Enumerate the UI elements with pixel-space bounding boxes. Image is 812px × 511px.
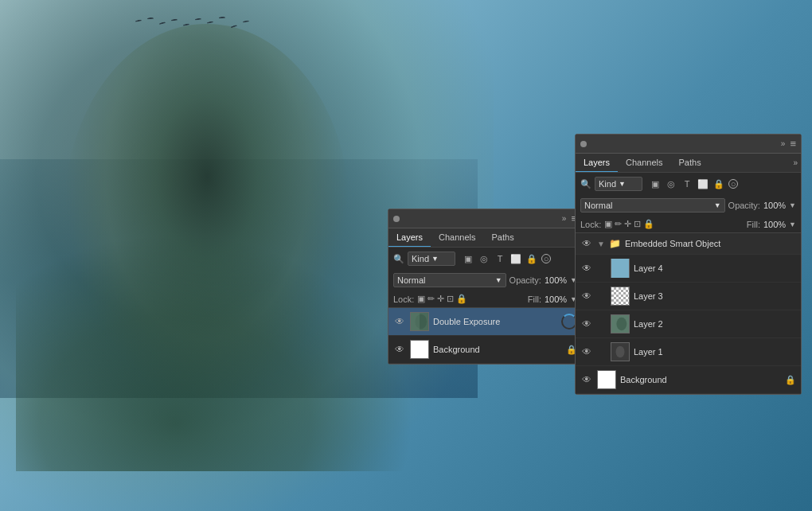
filter-pixel-icon-large[interactable]: ▣ bbox=[649, 177, 662, 190]
filter-pixel-icon[interactable]: ▣ bbox=[462, 252, 474, 265]
filter-icons-large: ▣ ◎ T ⬜ 🔒 bbox=[649, 177, 725, 190]
lock-artboard-small[interactable]: ⊡ bbox=[447, 294, 454, 304]
layer-item-layer1[interactable]: 👁 Layer 1 bbox=[576, 338, 801, 366]
layer-item-layer3[interactable]: 👁 Layer 3 bbox=[576, 283, 801, 310]
layer-name-layer4: Layer 4 bbox=[634, 263, 796, 273]
panel-large-menu[interactable]: ≡ bbox=[790, 138, 796, 150]
panel-small-titlebar bbox=[393, 216, 400, 222]
layers-list-large: 👁 ▼ 📁 Embedded Smart Object 👁 Layer 4 👁 … bbox=[576, 233, 801, 394]
tab-large-channels[interactable]: Channels bbox=[618, 154, 670, 172]
filter-type-icon[interactable]: T bbox=[494, 252, 506, 265]
filter-smart-icon[interactable]: 🔒 bbox=[525, 252, 538, 265]
layer-thumb-double-exposure bbox=[410, 312, 429, 331]
lock-paint-small[interactable]: ✏ bbox=[427, 294, 435, 304]
panel-large-titlebar bbox=[580, 141, 587, 147]
layer-name-background-large: Background bbox=[620, 375, 781, 384]
lock-position-small[interactable]: ✛ bbox=[437, 294, 444, 304]
opacity-label-large: Opacity: bbox=[728, 201, 760, 210]
panel-large-arrows: » bbox=[781, 139, 786, 148]
lock-label-small: Lock: bbox=[393, 295, 414, 304]
tab-small-paths[interactable]: Paths bbox=[484, 228, 522, 247]
svg-rect-2 bbox=[411, 313, 420, 330]
search-icon-small: 🔍 bbox=[393, 254, 404, 264]
search-icon-large: 🔍 bbox=[580, 179, 591, 189]
panel-large-blend-row: Normal ▼ Opacity: 100% ▼ bbox=[576, 195, 801, 216]
blend-mode-small[interactable]: Normal ▼ bbox=[393, 273, 506, 287]
tab-large-paths[interactable]: Paths bbox=[671, 154, 709, 172]
lock-label-large: Lock: bbox=[580, 220, 601, 229]
kind-dropdown-small[interactable]: Kind ▼ bbox=[408, 252, 455, 266]
tab-small-layers[interactable]: Layers bbox=[388, 228, 431, 247]
lock-position-large[interactable]: ✛ bbox=[624, 219, 631, 229]
opacity-value-large[interactable]: 100% bbox=[763, 201, 786, 210]
panel-large-search-row: 🔍 Kind ▼ ▣ ◎ T ⬜ 🔒 ○ bbox=[576, 173, 801, 195]
layers-panel-small: » ≡ Layers Channels Paths » 🔍 Kind ▼ ▣ ◎… bbox=[388, 209, 583, 365]
filter-smart-icon-large[interactable]: 🔒 bbox=[712, 177, 725, 190]
layer-name-layer3: Layer 3 bbox=[634, 291, 796, 301]
blend-mode-large[interactable]: Normal ▼ bbox=[580, 198, 725, 213]
svg-point-5 bbox=[616, 318, 627, 331]
opacity-label-small: Opacity: bbox=[509, 275, 541, 285]
layer-item-smart-object[interactable]: 👁 ▼ 📁 Embedded Smart Object bbox=[576, 233, 801, 255]
layer-thumb-layer3 bbox=[611, 287, 630, 306]
lock-paint-large[interactable]: ✏ bbox=[615, 219, 622, 229]
opacity-value-small[interactable]: 100% bbox=[545, 275, 567, 285]
eye-icon-layer3[interactable]: 👁 bbox=[580, 290, 593, 302]
layer-thumb-layer2 bbox=[611, 314, 630, 334]
eye-icon-layer4[interactable]: 👁 bbox=[580, 262, 593, 275]
layer-item-layer2[interactable]: 👁 Layer 2 bbox=[576, 310, 801, 338]
panel-small-tabs: Layers Channels Paths » bbox=[388, 228, 582, 248]
filter-adjust-icon[interactable]: ◎ bbox=[478, 252, 490, 265]
filter-shape-icon[interactable]: ⬜ bbox=[509, 252, 522, 265]
panel-small-search-row: 🔍 Kind ▼ ▣ ◎ T ⬜ 🔒 ○ bbox=[388, 248, 582, 270]
tab-large-more[interactable]: » bbox=[793, 158, 798, 167]
layer-item-double-exposure[interactable]: 👁 Double Exposure bbox=[388, 308, 582, 336]
layer-item-background-small[interactable]: 👁 Background 🔒 bbox=[388, 336, 582, 364]
kind-arrow-large: ▼ bbox=[619, 180, 626, 188]
layer-thumb-layer4 bbox=[611, 259, 630, 278]
lock-transparency-large[interactable]: ▣ bbox=[604, 219, 612, 229]
layer-name-smart-object: Embedded Smart Object bbox=[625, 239, 796, 248]
panel-small-arrows: » bbox=[562, 214, 567, 223]
layer-name-layer2: Layer 2 bbox=[634, 319, 796, 329]
fill-value-large[interactable]: 100% bbox=[763, 220, 786, 229]
filter-toggle-small[interactable]: ○ bbox=[541, 254, 551, 263]
eye-icon-layer1[interactable]: 👁 bbox=[580, 345, 593, 358]
lock-all-small[interactable]: 🔒 bbox=[456, 294, 467, 304]
panel-large-close[interactable] bbox=[580, 141, 587, 147]
lock-transparency-small[interactable]: ▣ bbox=[417, 294, 425, 304]
lock-artboard-large[interactable]: ⊡ bbox=[634, 219, 641, 229]
fill-value-small[interactable]: 100% bbox=[545, 295, 567, 304]
filter-type-icon-large[interactable]: T bbox=[681, 177, 693, 190]
kind-arrow-small: ▼ bbox=[431, 255, 439, 263]
fill-label-large: Fill: bbox=[747, 220, 760, 229]
eye-icon-smart-object[interactable]: 👁 bbox=[580, 237, 593, 250]
panel-large-header: » ≡ bbox=[576, 135, 801, 154]
filter-icons-small: ▣ ◎ T ⬜ 🔒 bbox=[462, 252, 538, 265]
filter-shape-icon-large[interactable]: ⬜ bbox=[697, 177, 709, 190]
birds-decoration bbox=[119, 16, 279, 40]
svg-rect-3 bbox=[611, 259, 629, 278]
kind-dropdown-large[interactable]: Kind ▼ bbox=[595, 177, 642, 191]
eye-icon-background-small[interactable]: 👁 bbox=[393, 343, 406, 356]
eye-icon-double-exposure[interactable]: 👁 bbox=[393, 315, 406, 328]
panel-large-lock-row: Lock: ▣ ✏ ✛ ⊡ 🔒 Fill: 100% ▼ bbox=[576, 216, 801, 233]
filter-toggle-large[interactable]: ○ bbox=[728, 179, 738, 189]
tab-large-layers[interactable]: Layers bbox=[576, 154, 618, 172]
layer-thumb-layer1 bbox=[611, 342, 630, 361]
eye-icon-background-large[interactable]: 👁 bbox=[580, 373, 593, 386]
layer-thumb-background-small bbox=[410, 340, 429, 359]
filter-adjust-icon-large[interactable]: ◎ bbox=[665, 177, 677, 190]
fill-arrow-large: ▼ bbox=[789, 220, 796, 228]
tab-small-channels[interactable]: Channels bbox=[431, 228, 483, 247]
panel-small-header: » ≡ bbox=[388, 209, 582, 228]
layer-item-background-large[interactable]: 👁 Background 🔒 bbox=[576, 366, 801, 394]
folder-icon-smart-object: 📁 bbox=[609, 238, 621, 249]
layer-item-layer4[interactable]: 👁 Layer 4 bbox=[576, 255, 801, 283]
opacity-arrow-large: ▼ bbox=[789, 201, 796, 209]
group-arrow-smart-object[interactable]: ▼ bbox=[597, 240, 605, 248]
panel-small-close[interactable] bbox=[393, 216, 400, 222]
eye-icon-layer2[interactable]: 👁 bbox=[580, 318, 593, 330]
fill-label-small: Fill: bbox=[528, 295, 541, 304]
lock-all-large[interactable]: 🔒 bbox=[643, 219, 654, 229]
